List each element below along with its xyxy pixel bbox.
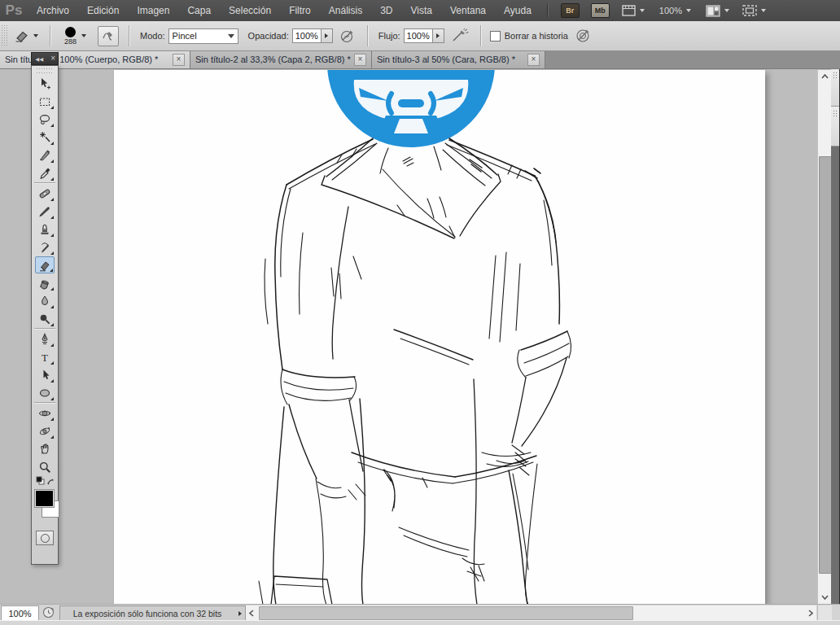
pressure-size-icon[interactable] [575, 28, 592, 44]
view-extras-dropdown[interactable] [622, 5, 645, 16]
airbrush-toggle[interactable] [451, 28, 469, 43]
eraser-preset-icon [14, 29, 30, 42]
flow-slider-button[interactable] [432, 29, 444, 42]
menu-filtro[interactable]: Filtro [280, 1, 320, 21]
tab-sin-titulo-1[interactable]: Sin título-1 al 100% (Cuerpo, RGB/8) * × [0, 50, 190, 68]
quick-mask-circle-icon [41, 534, 50, 543]
screen-mode-dropdown[interactable] [742, 5, 766, 16]
opacity-slider-button[interactable] [321, 29, 332, 42]
view-extras-icon [622, 5, 636, 16]
toolbox-grip[interactable] [36, 68, 54, 70]
tool-3d-rotate[interactable] [35, 404, 55, 422]
brush-preset-picker[interactable]: 288 [64, 27, 77, 46]
scroll-right-button[interactable] [805, 605, 816, 620]
menu-edicion[interactable]: Edición [78, 1, 128, 21]
tool-paint-bucket[interactable] [35, 274, 55, 291]
horizontal-scroll-thumb[interactable] [259, 606, 633, 620]
tool-ellipse-shape[interactable] [35, 384, 55, 401]
body-sketch [259, 138, 571, 604]
tool-lasso[interactable] [35, 111, 55, 128]
tool-pen[interactable] [35, 330, 55, 347]
vertical-scrollbar[interactable] [817, 70, 831, 604]
menu-analisis[interactable]: Análisis [320, 1, 371, 21]
tool-clone-stamp[interactable] [35, 221, 55, 238]
brush-size-value: 288 [64, 38, 77, 46]
flow-field[interactable]: 100% [404, 28, 444, 43]
erase-to-history-checkbox[interactable] [490, 31, 501, 42]
document-canvas[interactable] [114, 70, 765, 604]
toolbox-header[interactable]: ◀◀ × [31, 52, 59, 65]
tool-brush[interactable] [35, 203, 55, 220]
close-icon[interactable]: × [354, 54, 366, 66]
flow-value: 100% [405, 31, 432, 41]
tool-healing-brush[interactable] [35, 185, 55, 202]
zoom-level-value: 100% [659, 6, 682, 15]
triangle-right-icon [436, 33, 440, 38]
tab-sin-titulo-3[interactable]: Sin título-3 al 50% (Cara, RGB/8) * × [372, 50, 545, 68]
tool-preset-picker[interactable] [14, 29, 45, 42]
tool-magic-wand[interactable] [35, 129, 55, 146]
tool-blur[interactable] [35, 292, 55, 309]
mini-bridge-button[interactable]: Mb [591, 3, 610, 18]
tool-history-brush[interactable] [35, 238, 55, 256]
tool-crop[interactable] [35, 146, 55, 164]
opacity-field[interactable]: 100% [292, 28, 333, 43]
tool-move[interactable] [35, 75, 55, 92]
menu-3d[interactable]: 3D [371, 1, 401, 21]
document-status-icon[interactable] [42, 606, 55, 618]
tool-eyedropper[interactable] [35, 164, 55, 181]
mode-select[interactable]: Pincel [168, 28, 238, 44]
menu-ayuda[interactable]: Ayuda [495, 1, 540, 21]
tool-zoom[interactable] [35, 458, 55, 475]
tool-dodge[interactable] [35, 310, 55, 327]
bridge-button[interactable]: Br [561, 3, 580, 18]
collapse-panel-icon[interactable]: ◀◀ [35, 55, 43, 61]
menu-imagen[interactable]: Imagen [128, 1, 178, 21]
close-icon[interactable]: × [173, 54, 185, 66]
window-bottom-edge [0, 620, 840, 625]
status-zoom-field[interactable]: 100% [1, 605, 39, 621]
scroll-up-button[interactable] [818, 70, 832, 82]
close-icon[interactable]: × [50, 55, 55, 63]
zoom-level-dropdown[interactable]: 100% [659, 6, 691, 15]
tool-3d-orbit[interactable] [35, 422, 55, 439]
menu-seleccion[interactable]: Selección [220, 1, 280, 21]
tab-label: Sin título-3 al 50% (Cara, RGB/8) * [372, 55, 527, 64]
flow-label: Flujo: [378, 31, 400, 41]
options-bar-grip[interactable] [1, 24, 7, 47]
right-panel-dock-edge[interactable] [831, 50, 840, 615]
tool-rectangular-marquee[interactable] [35, 93, 55, 110]
tab-sin-titulo-2[interactable]: Sin título-2 al 33,3% (Capa 2, RGB/8) * … [190, 50, 372, 68]
foreground-color-swatch[interactable] [34, 489, 55, 508]
menu-archivo[interactable]: Archivo [28, 1, 78, 21]
tablet-pressure-opacity-toggle[interactable] [98, 26, 119, 46]
mode-value: Pincel [173, 31, 197, 41]
default-swap-colors[interactable] [35, 476, 55, 487]
arrange-documents-dropdown[interactable] [706, 5, 729, 17]
menu-capa[interactable]: Capa [178, 1, 220, 21]
vertical-scroll-thumb[interactable] [819, 156, 832, 574]
tool-eraser[interactable] [35, 256, 55, 273]
toolbox-grip[interactable] [36, 72, 54, 74]
scroll-left-button[interactable] [246, 605, 257, 620]
toolbox-separator [34, 182, 55, 184]
pressure-opacity-icon[interactable] [339, 28, 356, 44]
dock-panel-group-1[interactable] [831, 68, 839, 107]
close-icon[interactable]: × [527, 54, 540, 66]
menu-ventana[interactable]: Ventana [441, 1, 495, 21]
tool-path-selection[interactable] [35, 366, 55, 383]
dock-panel-group-2[interactable] [831, 107, 839, 146]
horizontal-scrollbar[interactable] [257, 605, 805, 620]
status-menu-button[interactable] [234, 605, 246, 621]
tool-type[interactable]: T [35, 348, 55, 365]
chevron-down-icon [761, 9, 766, 12]
toolbox-panel: T [31, 65, 59, 565]
tab-label: Sin título-1 al 100% (Cuerpo, RGB/8) * [0, 55, 173, 64]
toolbox-separator [34, 402, 55, 404]
mode-label: Modo: [140, 31, 165, 41]
quick-mask-button[interactable] [36, 531, 54, 545]
tool-hand[interactable] [35, 440, 55, 457]
menu-vista[interactable]: Vista [402, 1, 441, 21]
scroll-down-button[interactable] [818, 591, 832, 603]
options-separator [367, 25, 369, 46]
